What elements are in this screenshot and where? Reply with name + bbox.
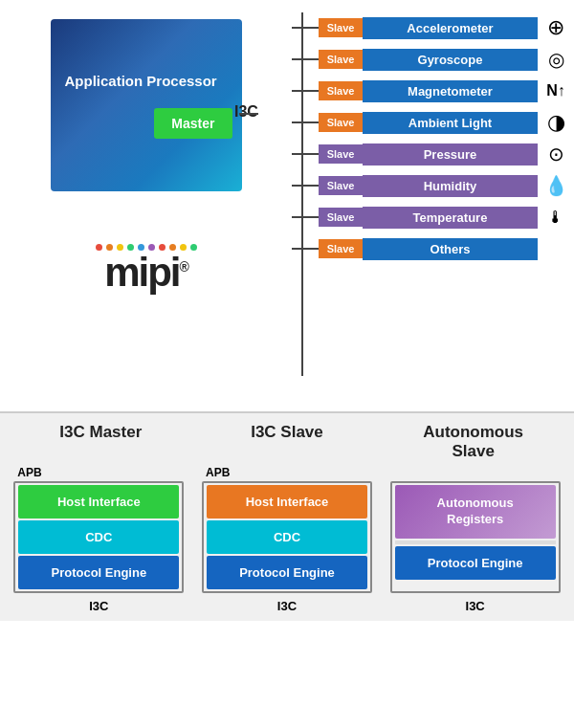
slave-host-interface: Host Interface xyxy=(207,485,367,518)
i3c-bottom-master: I3C xyxy=(13,599,184,613)
title-i3c-slave: I3C Slave xyxy=(202,423,372,462)
app-processor-label: Application Processor xyxy=(65,73,217,89)
i3c-bottom-auto: I3C xyxy=(390,599,561,613)
i3c-label: I3C xyxy=(234,103,258,121)
slave-badge-hum: Slave xyxy=(319,176,363,195)
autonomous-protocol-engine: Protocol Engine xyxy=(395,546,556,580)
slave-badge-temp: Slave xyxy=(319,208,363,227)
app-processor-box: Application Processor Master xyxy=(51,19,242,191)
temp-icon: 🌡 xyxy=(538,204,574,231)
slave-row-others: Slave Others xyxy=(292,235,574,262)
slave-badge-press: Slave xyxy=(319,144,363,164)
slave-name-oth: Others xyxy=(363,238,538,260)
apb-label-master: APB xyxy=(13,466,184,479)
tree-h-mag xyxy=(292,90,319,92)
right-panel: Slave Accelerometer ⊕ Slave Gyroscope ◎ … xyxy=(292,0,574,411)
left-panel: Application Processor Master I3C m xyxy=(0,0,292,411)
arch-block-autonomous: AutonomousRegisters Protocol Engine xyxy=(390,481,561,593)
tree-h-oth xyxy=(292,248,319,250)
slave-protocol-engine: Protocol Engine xyxy=(207,556,367,589)
dot-red xyxy=(96,244,102,251)
slave-row-gyroscope: Slave Gyroscope ◎ xyxy=(292,46,574,73)
apb-label-slave: APB xyxy=(202,466,372,479)
master-box: Master xyxy=(154,108,232,139)
slave-name-acc: Accelerometer xyxy=(363,17,538,39)
bottom-titles-row: I3C Master I3C Slave AutonomousSlave xyxy=(8,423,566,462)
slave-name-mag: Magnetometer xyxy=(363,80,538,102)
slave-badge-amb: Slave xyxy=(319,113,363,132)
tree-h-amb xyxy=(292,121,319,123)
apb-labels-row: APB APB xyxy=(8,466,566,479)
slave-badge-acc: Slave xyxy=(319,18,363,37)
mag-icon: N↑ xyxy=(538,77,574,104)
dot-yellow2 xyxy=(180,244,187,251)
tree-h-hum xyxy=(292,185,319,187)
master-host-interface: Host Interface xyxy=(18,485,179,518)
separator xyxy=(395,540,556,544)
apb-label-auto xyxy=(390,466,561,479)
tree-h-gyro xyxy=(292,58,319,60)
slave-row-magnetometer: Slave Magnetometer N↑ xyxy=(292,77,574,104)
autonomous-registers: AutonomousRegisters xyxy=(395,485,556,539)
slave-badge-mag: Slave xyxy=(319,81,363,100)
arch-blocks-row: Host Interface CDC Protocol Engine Host … xyxy=(8,481,566,593)
top-section: Application Processor Master I3C m xyxy=(0,0,574,411)
hum-icon: 💧 xyxy=(538,172,574,199)
tree-h-temp xyxy=(292,216,319,218)
arch-block-master: Host Interface CDC Protocol Engine xyxy=(13,481,184,593)
slave-row-accelerometer: Slave Accelerometer ⊕ xyxy=(292,14,574,41)
acc-icon: ⊕ xyxy=(538,14,574,41)
slave-cdc: CDC xyxy=(207,520,367,554)
slave-badge-oth: Slave xyxy=(319,239,363,258)
i3c-bottom-slave: I3C xyxy=(202,599,372,613)
slave-name-press: Pressure xyxy=(363,143,538,165)
slave-name-temp: Temperature xyxy=(363,207,538,229)
dot-green2 xyxy=(190,244,197,251)
master-cdc: CDC xyxy=(18,520,179,554)
bottom-section: I3C Master I3C Slave AutonomousSlave APB… xyxy=(0,411,574,621)
slave-name-gyro: Gyroscope xyxy=(363,49,538,71)
mipi-logo: mipi® xyxy=(96,244,197,293)
tree-h-connect xyxy=(239,113,258,115)
tree-h-acc xyxy=(292,27,319,29)
arch-block-slave: Host Interface CDC Protocol Engine xyxy=(202,481,372,593)
slave-row-ambient: Slave Ambient Light ◑ xyxy=(292,109,574,136)
oth-icon xyxy=(538,235,574,262)
slave-row-temperature: Slave Temperature 🌡 xyxy=(292,204,574,231)
gyro-icon: ◎ xyxy=(538,46,574,73)
mipi-text: mipi® xyxy=(104,253,188,293)
slave-name-amb: Ambient Light xyxy=(363,112,538,134)
master-protocol-engine: Protocol Engine xyxy=(18,556,179,589)
i3c-bottom-labels: I3C I3C I3C xyxy=(8,599,566,613)
slave-row-humidity: Slave Humidity 💧 xyxy=(292,172,574,199)
title-autonomous-slave: AutonomousSlave xyxy=(388,423,559,462)
title-i3c-master: I3C Master xyxy=(15,423,186,462)
slave-name-hum: Humidity xyxy=(363,175,538,197)
press-icon: ⊙ xyxy=(538,141,574,167)
slave-row-pressure: Slave Pressure ⊙ xyxy=(292,141,574,167)
tree-h-press xyxy=(292,153,319,155)
amb-icon: ◑ xyxy=(538,109,574,136)
slave-badge-gyro: Slave xyxy=(319,50,363,69)
